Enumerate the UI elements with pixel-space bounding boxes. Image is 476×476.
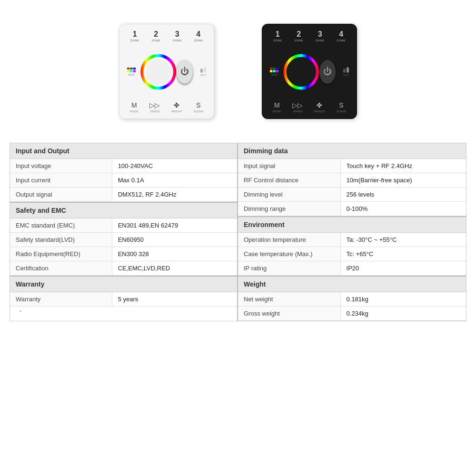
white-zone-4: 4 ZONE: [194, 30, 203, 42]
white-controller: 1 ZONE 2 ZONE 3 ZONE 4 ZONE: [119, 24, 214, 119]
white-ring-area: RGB: [140, 46, 193, 98]
certification-val: CE,EMC,LVD,RED: [112, 261, 237, 275]
dimming-level-key: Dimming level: [238, 188, 341, 201]
warranty-row: Warranty 5 years: [10, 292, 237, 307]
black-zone-2: 2 ZONE: [294, 30, 303, 42]
dimming-level-row: Dimming level 256 levels: [238, 188, 466, 202]
white-color-ring: [140, 46, 177, 98]
case-temp-row: Case temperature (Max.) Tc: +65°C: [238, 247, 466, 261]
operation-temp-val: Ta: -30°C ~ +55°C: [341, 233, 466, 247]
ip-rating-row: IP rating IP20: [238, 261, 466, 276]
safety-standard-key: Safety standard(LVD): [10, 233, 112, 247]
weight-header: Weight: [238, 276, 466, 292]
white-power-button: ⏻: [177, 60, 193, 84]
output-signal-val: DMX512, RF 2.4GHz: [112, 188, 237, 201]
white-speed-btn: ▷▷ SPEED: [149, 101, 160, 113]
net-weight-val: 0.181kg: [341, 292, 466, 306]
case-temp-key: Case temperature (Max.): [238, 247, 341, 261]
specs-grid: Input and Output Input voltage 100-240VA…: [10, 143, 466, 321]
input-output-block: Input and Output Input voltage 100-240VA…: [10, 143, 237, 202]
white-zone-3: 3 ZONE: [173, 30, 182, 42]
rf-control-key: RF Control distance: [238, 173, 341, 187]
warranty-key: Warranty: [10, 292, 112, 306]
svg-point-1: [146, 59, 171, 84]
operation-temp-key: Operation temperature: [238, 233, 341, 247]
emc-standard-key: EMC standard (EMC): [10, 218, 112, 232]
dimming-range-key: Dimming range: [238, 202, 341, 216]
ip-rating-key: IP rating: [238, 261, 341, 275]
input-current-val: Max 0.1A: [112, 173, 237, 187]
ip-rating-val: IP20: [341, 261, 466, 275]
certification-key: Certification: [10, 261, 112, 275]
right-specs-column: Dimming data Input signal Touch key + RF…: [238, 143, 466, 321]
rf-control-row: RF Control distance 10m(Barrier-free spa…: [238, 173, 466, 188]
radio-equipment-val: EN300 328: [112, 247, 237, 261]
radio-equipment-key: Radio Equipment(RED): [10, 247, 112, 261]
warranty-dot-area: [10, 307, 237, 316]
safety-standard-row: Safety standard(LVD) EN60950: [10, 233, 237, 247]
environment-header: Environment: [238, 216, 466, 233]
input-voltage-key: Input voltage: [10, 159, 112, 173]
emc-standard-val: EN301 489,EN 62479: [112, 218, 237, 232]
white-zone-1: 1 ZONE: [130, 30, 139, 42]
warranty-header: Warranty: [10, 276, 237, 292]
dimming-range-val: 0-100%: [341, 202, 466, 216]
left-specs-column: Input and Output Input voltage 100-240VA…: [10, 143, 238, 321]
black-ring-area: RGB: [283, 46, 336, 98]
rf-control-val: 10m(Barrier-free space): [341, 173, 466, 187]
dimming-range-row: Dimming range 0-100%: [238, 202, 466, 216]
black-color-ring: [283, 46, 319, 98]
safety-standard-val: EN60950: [112, 233, 237, 247]
black-zone-4: 4 ZONE: [337, 30, 346, 42]
input-voltage-row: Input voltage 100-240VAC: [10, 159, 237, 173]
black-zone-1: 1 ZONE: [273, 30, 282, 42]
dot-icon: [20, 310, 21, 312]
certification-row: Certification CE,EMC,LVD,RED: [10, 261, 237, 276]
warranty-val: 5 years: [112, 292, 237, 306]
dimming-level-val: 256 levels: [341, 188, 466, 201]
safety-emc-header: Safety and EMC: [10, 202, 237, 218]
black-controller-container: 1 ZONE 2 ZONE 3 ZONE 4 ZONE: [257, 19, 362, 124]
output-signal-row: Output signal DMX512, RF 2.4GHz: [10, 188, 237, 202]
black-zone-row: 1 ZONE 2 ZONE 3 ZONE 4 ZONE: [267, 30, 352, 42]
emc-standard-row: EMC standard (EMC) EN301 489,EN 62479: [10, 218, 237, 233]
gross-weight-row: Gross weight 0.234kg: [238, 307, 466, 321]
black-speed-btn: ▷▷ SPEED: [292, 101, 303, 113]
output-signal-key: Output signal: [10, 188, 112, 201]
weight-block: Weight Net weight 0.181kg Gross weight 0…: [238, 276, 466, 321]
black-power-button: ⏻: [319, 60, 336, 84]
white-controller-container: 1 ZONE 2 ZONE 3 ZONE 4 ZONE: [114, 19, 219, 124]
black-controller: 1 ZONE 2 ZONE 3 ZONE 4 ZONE: [262, 24, 357, 119]
gross-weight-key: Gross weight: [238, 307, 341, 320]
net-weight-key: Net weight: [238, 292, 341, 306]
white-mode-btn: M MODE: [130, 101, 139, 113]
input-output-header: Input and Output: [10, 143, 237, 159]
net-weight-row: Net weight 0.181kg: [238, 292, 466, 307]
input-signal-key: Input signal: [238, 159, 341, 173]
black-bottom-row: M MODE ▷▷ SPEED ✤ BRIGHT S SCENE: [267, 101, 352, 113]
black-mode-btn: M MODE: [273, 101, 281, 113]
safety-emc-block: Safety and EMC EMC standard (EMC) EN301 …: [10, 202, 237, 276]
product-images-section: 1 ZONE 2 ZONE 3 ZONE 4 ZONE: [10, 10, 466, 138]
dimming-data-block: Dimming data Input signal Touch key + RF…: [238, 143, 466, 216]
input-signal-val: Touch key + RF 2.4GHz: [341, 159, 466, 173]
operation-temp-row: Operation temperature Ta: -30°C ~ +55°C: [238, 233, 466, 247]
white-zone-row: 1 ZONE 2 ZONE 3 ZONE 4 ZONE: [124, 30, 209, 42]
input-signal-row: Input signal Touch key + RF 2.4GHz: [238, 159, 466, 173]
svg-point-3: [289, 59, 314, 84]
white-scene-btn: S SCENE: [193, 101, 203, 113]
white-bright-btn: ✤ BRIGHT: [171, 101, 182, 113]
radio-equipment-row: Radio Equipment(RED) EN300 328: [10, 247, 237, 261]
input-current-row: Input current Max 0.1A: [10, 173, 237, 188]
environment-block: Environment Operation temperature Ta: -3…: [238, 216, 466, 276]
white-zone-2: 2 ZONE: [151, 30, 160, 42]
white-bottom-row: M MODE ▷▷ SPEED ✤ BRIGHT S SCENE: [124, 101, 209, 113]
black-bright-btn: ✤ BRIGHT: [314, 101, 325, 113]
case-temp-val: Tc: +65°C: [341, 247, 466, 261]
input-voltage-val: 100-240VAC: [112, 159, 237, 173]
gross-weight-val: 0.234kg: [341, 307, 466, 320]
black-zone-3: 3 ZONE: [316, 30, 325, 42]
dimming-data-header: Dimming data: [238, 143, 466, 159]
black-scene-btn: S SCENE: [336, 101, 346, 113]
input-current-key: Input current: [10, 173, 112, 187]
